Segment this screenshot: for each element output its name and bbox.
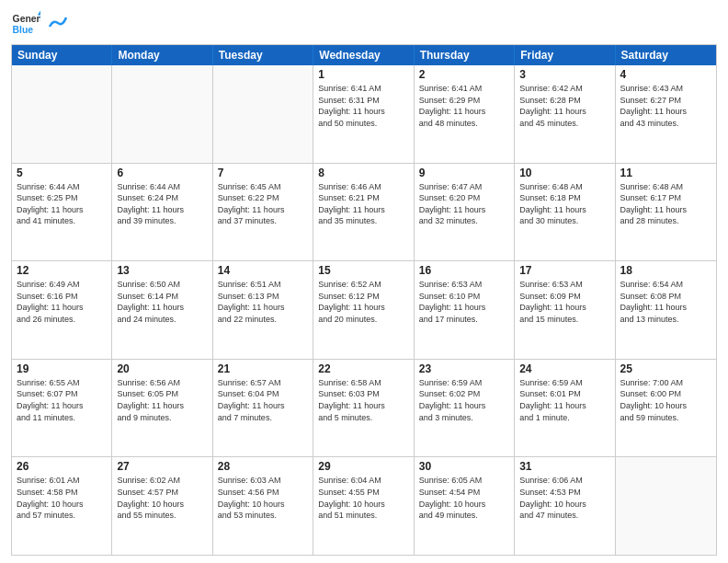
day-number: 8 xyxy=(318,167,408,179)
week-row-1: 1Sunrise: 6:41 AM Sunset: 6:31 PM Daylig… xyxy=(12,65,716,163)
day-number: 3 xyxy=(519,68,609,81)
table-row: 31Sunrise: 6:06 AM Sunset: 4:53 PM Dayli… xyxy=(515,457,615,555)
day-info: Sunrise: 6:49 AM Sunset: 6:16 PM Dayligh… xyxy=(17,279,107,325)
table-row: 8Sunrise: 6:46 AM Sunset: 6:21 PM Daylig… xyxy=(313,164,414,261)
table-row: 18Sunrise: 6:54 AM Sunset: 6:08 PM Dayli… xyxy=(616,261,716,359)
day-info: Sunrise: 6:55 AM Sunset: 6:07 PM Dayligh… xyxy=(17,377,107,423)
day-number: 2 xyxy=(419,68,509,81)
day-info: Sunrise: 6:41 AM Sunset: 6:31 PM Dayligh… xyxy=(318,83,408,129)
logo: General Blue xyxy=(11,9,68,39)
day-info: Sunrise: 6:44 AM Sunset: 6:25 PM Dayligh… xyxy=(17,181,107,227)
day-number: 24 xyxy=(519,362,609,375)
table-row xyxy=(112,65,212,163)
day-number: 9 xyxy=(419,167,509,179)
table-row: 21Sunrise: 6:57 AM Sunset: 6:04 PM Dayli… xyxy=(213,360,313,457)
day-number: 6 xyxy=(117,167,207,179)
header-cell-saturday: Saturday xyxy=(616,45,716,65)
day-number: 22 xyxy=(318,362,408,375)
day-info: Sunrise: 6:03 AM Sunset: 4:56 PM Dayligh… xyxy=(218,475,308,521)
week-row-5: 26Sunrise: 6:01 AM Sunset: 4:58 PM Dayli… xyxy=(12,456,716,555)
day-info: Sunrise: 6:59 AM Sunset: 6:01 PM Dayligh… xyxy=(519,377,609,423)
day-number: 17 xyxy=(519,264,609,277)
svg-text:Blue: Blue xyxy=(13,25,34,35)
day-number: 5 xyxy=(17,167,107,179)
table-row: 25Sunrise: 7:00 AM Sunset: 6:00 PM Dayli… xyxy=(616,360,716,457)
day-info: Sunrise: 6:44 AM Sunset: 6:24 PM Dayligh… xyxy=(117,181,207,227)
day-info: Sunrise: 6:48 AM Sunset: 6:18 PM Dayligh… xyxy=(519,181,609,227)
table-row: 19Sunrise: 6:55 AM Sunset: 6:07 PM Dayli… xyxy=(12,360,112,457)
day-number: 30 xyxy=(419,460,509,473)
day-number: 14 xyxy=(218,264,308,277)
header-cell-tuesday: Tuesday xyxy=(213,45,313,65)
day-info: Sunrise: 6:51 AM Sunset: 6:13 PM Dayligh… xyxy=(218,279,308,325)
day-number: 21 xyxy=(218,362,308,375)
table-row: 27Sunrise: 6:02 AM Sunset: 4:57 PM Dayli… xyxy=(112,457,212,555)
day-number: 12 xyxy=(17,264,107,277)
header-cell-sunday: Sunday xyxy=(12,45,112,65)
day-info: Sunrise: 6:52 AM Sunset: 6:12 PM Dayligh… xyxy=(318,279,408,325)
day-info: Sunrise: 6:45 AM Sunset: 6:22 PM Dayligh… xyxy=(218,181,308,227)
table-row: 29Sunrise: 6:04 AM Sunset: 4:55 PM Dayli… xyxy=(313,457,414,555)
table-row: 7Sunrise: 6:45 AM Sunset: 6:22 PM Daylig… xyxy=(213,164,313,261)
day-number: 10 xyxy=(519,167,609,179)
table-row: 5Sunrise: 6:44 AM Sunset: 6:25 PM Daylig… xyxy=(12,164,112,261)
table-row: 1Sunrise: 6:41 AM Sunset: 6:31 PM Daylig… xyxy=(313,65,414,163)
table-row: 4Sunrise: 6:43 AM Sunset: 6:27 PM Daylig… xyxy=(616,65,716,163)
header-cell-wednesday: Wednesday xyxy=(313,45,414,65)
calendar-body: 1Sunrise: 6:41 AM Sunset: 6:31 PM Daylig… xyxy=(12,65,716,555)
day-number: 11 xyxy=(620,167,711,179)
table-row xyxy=(213,65,313,163)
day-info: Sunrise: 6:02 AM Sunset: 4:57 PM Dayligh… xyxy=(117,475,207,521)
day-number: 31 xyxy=(519,460,609,473)
day-info: Sunrise: 6:59 AM Sunset: 6:02 PM Dayligh… xyxy=(419,377,509,423)
table-row: 3Sunrise: 6:42 AM Sunset: 6:28 PM Daylig… xyxy=(515,65,615,163)
table-row: 10Sunrise: 6:48 AM Sunset: 6:18 PM Dayli… xyxy=(515,164,615,261)
day-info: Sunrise: 6:58 AM Sunset: 6:03 PM Dayligh… xyxy=(318,377,408,423)
day-number: 27 xyxy=(117,460,207,473)
svg-text:General: General xyxy=(13,14,40,24)
header: General Blue xyxy=(11,9,717,39)
table-row: 2Sunrise: 6:41 AM Sunset: 6:29 PM Daylig… xyxy=(415,65,515,163)
table-row: 15Sunrise: 6:52 AM Sunset: 6:12 PM Dayli… xyxy=(313,261,414,359)
week-row-3: 12Sunrise: 6:49 AM Sunset: 6:16 PM Dayli… xyxy=(12,260,716,359)
week-row-2: 5Sunrise: 6:44 AM Sunset: 6:25 PM Daylig… xyxy=(12,163,716,261)
table-row: 13Sunrise: 6:50 AM Sunset: 6:14 PM Dayli… xyxy=(112,261,212,359)
day-info: Sunrise: 6:54 AM Sunset: 6:08 PM Dayligh… xyxy=(620,279,711,325)
day-number: 29 xyxy=(318,460,408,473)
table-row: 6Sunrise: 6:44 AM Sunset: 6:24 PM Daylig… xyxy=(112,164,212,261)
logo-wave-icon xyxy=(48,10,68,30)
table-row xyxy=(616,457,716,555)
day-number: 25 xyxy=(620,362,711,375)
day-number: 4 xyxy=(620,68,711,81)
table-row: 23Sunrise: 6:59 AM Sunset: 6:02 PM Dayli… xyxy=(415,360,515,457)
header-cell-monday: Monday xyxy=(112,45,212,65)
day-number: 13 xyxy=(117,264,207,277)
table-row: 17Sunrise: 6:53 AM Sunset: 6:09 PM Dayli… xyxy=(515,261,615,359)
day-number: 1 xyxy=(318,68,408,81)
day-info: Sunrise: 6:48 AM Sunset: 6:17 PM Dayligh… xyxy=(620,181,711,227)
table-row: 26Sunrise: 6:01 AM Sunset: 4:58 PM Dayli… xyxy=(12,457,112,555)
day-number: 20 xyxy=(117,362,207,375)
day-number: 15 xyxy=(318,264,408,277)
day-info: Sunrise: 6:50 AM Sunset: 6:14 PM Dayligh… xyxy=(117,279,207,325)
header-cell-friday: Friday xyxy=(515,45,615,65)
day-info: Sunrise: 6:41 AM Sunset: 6:29 PM Dayligh… xyxy=(419,83,509,129)
table-row: 24Sunrise: 6:59 AM Sunset: 6:01 PM Dayli… xyxy=(515,360,615,457)
day-info: Sunrise: 6:06 AM Sunset: 4:53 PM Dayligh… xyxy=(519,475,609,521)
day-number: 23 xyxy=(419,362,509,375)
table-row: 20Sunrise: 6:56 AM Sunset: 6:05 PM Dayli… xyxy=(112,360,212,457)
day-info: Sunrise: 7:00 AM Sunset: 6:00 PM Dayligh… xyxy=(620,377,711,423)
day-number: 7 xyxy=(218,167,308,179)
calendar: SundayMondayTuesdayWednesdayThursdayFrid… xyxy=(11,44,717,556)
day-info: Sunrise: 6:53 AM Sunset: 6:09 PM Dayligh… xyxy=(519,279,609,325)
day-info: Sunrise: 6:04 AM Sunset: 4:55 PM Dayligh… xyxy=(318,475,408,521)
logo-icon: General Blue xyxy=(11,9,40,39)
day-info: Sunrise: 6:56 AM Sunset: 6:05 PM Dayligh… xyxy=(117,377,207,423)
table-row: 11Sunrise: 6:48 AM Sunset: 6:17 PM Dayli… xyxy=(616,164,716,261)
day-info: Sunrise: 6:57 AM Sunset: 6:04 PM Dayligh… xyxy=(218,377,308,423)
day-info: Sunrise: 6:46 AM Sunset: 6:21 PM Dayligh… xyxy=(318,181,408,227)
day-number: 26 xyxy=(17,460,107,473)
table-row: 14Sunrise: 6:51 AM Sunset: 6:13 PM Dayli… xyxy=(213,261,313,359)
day-number: 28 xyxy=(218,460,308,473)
header-cell-thursday: Thursday xyxy=(415,45,515,65)
